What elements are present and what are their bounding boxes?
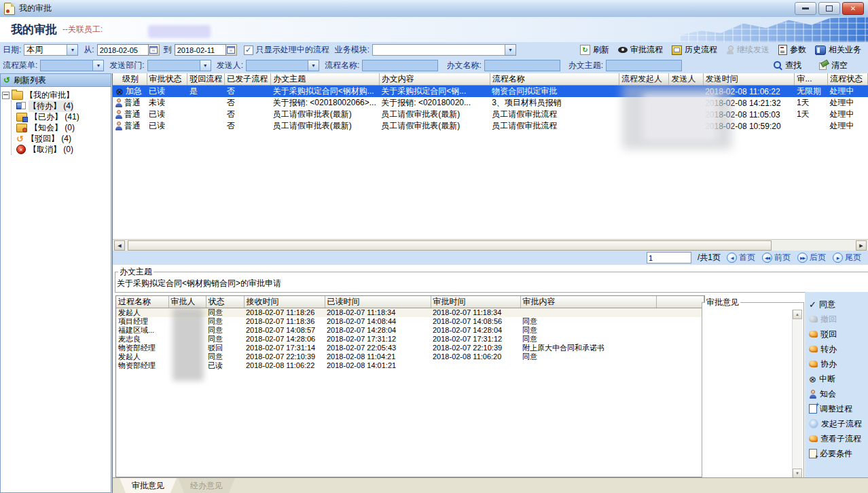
transfer-button[interactable]: 转办 [809,344,868,354]
column-header[interactable]: 审批状态 [147,73,187,86]
find-button[interactable]: 查找 [774,60,801,71]
calendar-button[interactable] [226,44,237,56]
column-header[interactable]: 状态 [206,296,244,308]
tab-approval-opinion[interactable]: 审批意见 [120,478,177,493]
params-button[interactable]: 参数 [778,44,806,56]
date-preset-combobox[interactable]: 本周 [24,44,78,56]
chevron-down-icon[interactable] [308,60,319,71]
column-header[interactable]: 审批内容 [520,296,656,308]
column-header[interactable]: 已发子流程 [225,73,271,86]
label: 审批意见 [132,480,164,492]
column-header[interactable]: 发送人 [669,73,703,86]
table-row[interactable]: 普通已读否员工请假审批表(最新)员工请假审批表(最新)员工请假审批流程2018-… [113,120,868,132]
table-cell: 2018-02-07 11:18:34 [431,308,520,318]
to-date-picker[interactable]: 2018-02-11 [175,44,237,56]
tab-handler-opinion[interactable]: 经办意见 [178,478,235,493]
table-row[interactable]: 物资部经理驳回2018-02-07 17:31:142018-02-07 22:… [116,344,704,352]
send-dept-combobox[interactable] [147,60,211,71]
reject-button[interactable]: 驳回 [809,329,868,340]
chevron-down-icon[interactable] [67,44,78,56]
start-subflow-button[interactable]: 发起子流程 [809,418,868,429]
column-header[interactable]: 审批人 [168,296,206,308]
first-page-button[interactable]: 首页 [727,252,755,263]
related-business-button[interactable]: 相关业务 [815,44,861,56]
column-header[interactable]: 审... [795,73,827,86]
column-header[interactable]: 流程发起人 [619,73,668,86]
column-header[interactable]: 流程名称 [490,73,619,86]
assist-button[interactable]: 协办 [809,359,868,369]
adjust-process-button[interactable]: 调整过程 [809,403,868,414]
next-page-button[interactable]: 后页 [797,252,826,263]
label: 驳回 [820,329,837,340]
column-header[interactable]: 办文内容 [379,73,490,86]
refresh-list-button[interactable]: 刷新列表 [1,74,111,87]
column-header[interactable]: 流程状态 [827,73,867,86]
table-row[interactable]: 加急已读是否关于采购拟定合同<钢材购...关于采购拟定合同<钢...物资合同拟定… [113,86,868,98]
chevron-down-icon[interactable] [200,60,211,71]
withdraw-button[interactable]: 撤回 [809,314,868,325]
table-row[interactable]: 物资部经理已读2018-02-08 11:06:222018-02-08 14:… [116,361,704,370]
sidebar-item-todo[interactable]: 【待办】 (4) [16,101,109,111]
sidebar-item-notified[interactable]: 【知会】 (0) [16,122,109,133]
notify-button[interactable]: 知会 [809,388,868,399]
table-cell: 2018-02-07 11:18:34 [325,308,431,318]
scrollbar-thumb[interactable] [128,240,772,251]
agree-button[interactable]: 同意 [809,299,868,310]
approval-flow-button[interactable]: 审批流程 [618,44,663,56]
only-processing-checkbox[interactable] [244,45,253,55]
table-row[interactable]: 麦志良同意2018-02-07 14:28:062018-02-07 17:31… [116,335,704,344]
chevron-down-icon[interactable] [93,60,104,71]
from-date-value[interactable]: 2018-02-05 [97,44,149,56]
column-header[interactable]: 接收时间 [244,296,325,308]
prev-page-button[interactable]: 前页 [762,252,791,263]
module-combobox[interactable] [372,44,516,56]
flow-name-input[interactable] [362,60,438,71]
table-row[interactable]: 发起人同意2018-02-07 22:10:392018-02-08 11:04… [116,352,704,361]
required-condition-button[interactable]: 必要条件 [809,448,868,459]
scroll-down-button[interactable]: ▼ [793,469,802,478]
table-row[interactable]: 普通已读否员工请假审批表(最新)员工请假审批表(最新)员工请假审批流程2018-… [113,109,868,120]
sidebar-item-cancelled[interactable]: 【取消】 (0) [16,144,109,155]
table-row[interactable]: 发起人同意2018-02-07 11:18:262018-02-07 11:18… [116,308,704,318]
refresh-button[interactable]: 刷新 [580,44,609,56]
scroll-left-button[interactable]: ◀ [114,240,125,251]
sender-combobox[interactable] [246,60,319,71]
doc-name-input[interactable] [484,60,560,71]
sidebar-item-my-approvals[interactable]: 【我的审批】 [2,90,109,101]
column-header[interactable] [656,296,704,308]
column-header[interactable]: 驳回流程 [187,73,225,86]
last-page-button[interactable]: 尾页 [833,252,861,263]
interrupt-button[interactable]: 中断 [809,373,868,384]
sidebar-item-done[interactable]: 【已办】 (41) [16,111,109,122]
sidebar-item-rejected[interactable]: 【驳回】 (4) [16,133,109,144]
collapse-icon[interactable] [2,92,10,99]
restore-button[interactable] [818,2,840,15]
horizontal-scrollbar[interactable]: ◀ ▶ [113,239,868,251]
column-header[interactable]: 审批时间 [431,296,520,308]
column-header[interactable]: 已读时间 [325,296,431,308]
clear-button[interactable]: 清空 [819,60,848,71]
close-button[interactable] [842,2,864,15]
flow-menu-combobox[interactable] [40,60,104,71]
vertical-scrollbar[interactable]: ▲ ▼ [792,310,802,478]
chevron-down-icon[interactable] [505,44,516,56]
scroll-up-button[interactable]: ▲ [793,310,802,319]
column-header[interactable]: 办文主题 [271,73,380,86]
table-row[interactable]: 项目经理同意2018-02-07 11:18:362018-02-07 14:0… [116,317,704,326]
minimize-button[interactable] [795,2,816,15]
table-row[interactable]: 福建区域...同意2018-02-07 14:08:572018-02-07 1… [116,326,704,335]
continue-send-button[interactable]: 继续发送 [726,44,770,56]
view-subflow-button[interactable]: 查看子流程 [809,433,868,444]
column-header[interactable]: 过程名称 [116,296,168,308]
column-header[interactable]: 发送时间 [703,73,795,86]
history-flow-button[interactable]: 历史流程 [672,44,717,56]
scroll-right-button[interactable]: ▶ [856,240,867,251]
column-header[interactable]: 级别 [113,73,147,86]
table-cell: 同意 [520,352,656,361]
calendar-button[interactable] [149,44,160,56]
page-number-input[interactable] [647,252,691,263]
doc-subject-input[interactable] [606,60,682,71]
table-row[interactable]: 普通未读否关于报销: <02018002066>...关于报销: <020180… [113,97,868,109]
from-date-picker[interactable]: 2018-02-05 [97,44,160,56]
to-date-value[interactable]: 2018-02-11 [175,44,226,56]
